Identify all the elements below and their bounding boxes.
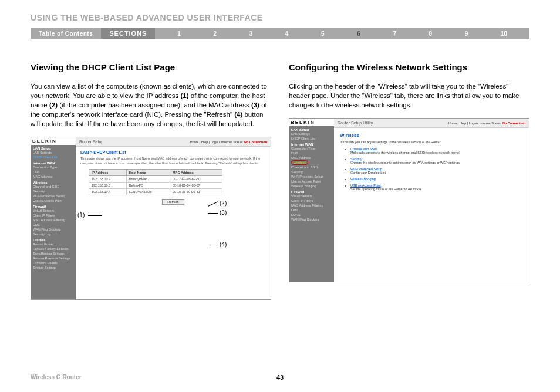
sidebar-item[interactable]: LAN Settings	[33, 150, 74, 155]
section-7[interactable]: 7	[393, 31, 396, 37]
table-header-row: IP Address Host Name MAC Address	[89, 169, 222, 175]
sidebar-item[interactable]: Restore Factory Defaults	[33, 246, 74, 251]
left-paragraph: You can view a list of the computers (kn…	[31, 82, 271, 129]
th-mac: MAC Address	[170, 169, 222, 175]
breadcrumb: LAN > DHCP Client List	[80, 150, 266, 154]
sidebar-item[interactable]: Use as Access Point	[33, 198, 74, 203]
sidebar-item[interactable]: Channel and SSID	[291, 165, 332, 170]
screenshot-main: Router Setup Home | Help | Logout Intern…	[76, 137, 271, 299]
page-footer: Wireless G Router 43	[31, 374, 529, 380]
sidebar-item[interactable]: Wi-Fi Protected Setup	[291, 174, 332, 179]
sidebar-item[interactable]: Security Log	[33, 232, 74, 236]
list-item: Wireless Bridging	[350, 177, 523, 181]
section-5[interactable]: 5	[321, 31, 325, 37]
cell: 192.168.10.3	[89, 182, 127, 188]
annotation-1: (1)	[77, 212, 85, 218]
section-8[interactable]: 8	[429, 31, 433, 37]
toc-link[interactable]: Table of Contents	[31, 31, 101, 37]
link-desc: Set the operating mode of the Router to …	[350, 187, 421, 191]
sidebar-item[interactable]: DNS	[291, 151, 332, 156]
annotation-4: (4)	[220, 241, 227, 248]
annotation-line	[208, 213, 218, 214]
sidebar-item[interactable]: WAN Ping Blocking	[33, 227, 74, 232]
sidebar-item[interactable]: Connection Type	[33, 165, 74, 170]
th-ip: IP Address	[89, 169, 127, 175]
brand-logo: BELKIN	[289, 119, 334, 126]
wireless-link-list: Channel and SSIDMake adjustments to the …	[350, 147, 523, 191]
page-header: USING THE WEB-BASED ADVANCED USER INTERF…	[31, 13, 529, 22]
section-4[interactable]: 4	[285, 31, 289, 37]
sidebar-item[interactable]: DMZ	[291, 208, 332, 212]
sidebar-item[interactable]: Virtual Servers	[33, 208, 74, 213]
sidebar-item[interactable]: Use as Access Point	[291, 179, 332, 184]
sidebar-item[interactable]: MAC Address	[33, 174, 74, 179]
right-heading: Configuring the Wireless Network Setting…	[289, 62, 529, 72]
right-paragraph: Clicking on the header of the "Wireless"…	[289, 82, 529, 110]
section-3[interactable]: 3	[249, 31, 253, 37]
sidebar-item[interactable]: Security	[33, 189, 74, 194]
sidebar-item[interactable]: Restore Previous Settings	[33, 256, 74, 261]
table-row: 192.168.10.4LENOVO-Z60m00-16-36-59-D6-31	[89, 188, 222, 195]
cell: 192.168.10.2	[89, 175, 127, 182]
left-heading: Viewing the DHCP Client List Page	[31, 62, 271, 72]
left-column: Viewing the DHCP Client List Page You ca…	[31, 62, 271, 300]
section-2[interactable]: 2	[213, 31, 217, 37]
annotation-3: (3)	[220, 209, 227, 216]
screenshot-main: Router Setup Utility Home | Help | Logou…	[334, 119, 529, 282]
sidebar-item[interactable]: MAC Address Filtering	[33, 218, 74, 222]
sidebar-item[interactable]: WAN Ping Blocking	[291, 217, 332, 222]
sections-label: SECTIONS	[101, 28, 155, 39]
product-name: Wireless G Router	[31, 374, 82, 380]
sidebar-wireless-circled[interactable]: Wireless	[291, 160, 308, 165]
sidebar-item[interactable]: Client IP Filters	[33, 213, 74, 218]
sidebar-item[interactable]: MAC Address	[291, 156, 332, 160]
table-row: 192.168.10.2BritanyBMac00-17-F2-4B-6F-6C	[89, 175, 222, 182]
sidebar-item[interactable]: Security	[291, 170, 332, 174]
sidebar-item[interactable]: DHCP Client List	[33, 155, 74, 160]
sidebar-item[interactable]: Firmware Update	[33, 261, 74, 265]
sidebar-item[interactable]: Wireless Bridging	[291, 184, 332, 188]
section-9[interactable]: 9	[465, 31, 468, 37]
annotation-line	[88, 215, 102, 216]
cell: LENOVO-Z60m	[126, 188, 170, 195]
sidebar-item[interactable]: DMZ	[33, 222, 74, 227]
sidebar-item[interactable]: Connection Type	[291, 146, 332, 151]
wireless-desc: In this tab you can adjust settings to t…	[340, 140, 523, 144]
router-setup-title: Router Setup	[79, 140, 103, 144]
top-links: Home | Help | Logout Internet Status: No…	[448, 121, 525, 125]
list-item: USE as Access PointSet the operating mod…	[350, 184, 523, 191]
link-desc: Config your Enrollee List	[350, 171, 386, 174]
section-1[interactable]: 1	[177, 31, 181, 37]
link[interactable]: Wireless Bridging	[350, 177, 523, 181]
dhcp-table: IP Address Host Name MAC Address 192.168…	[89, 169, 222, 195]
link-desc: Change the wireless security settings su…	[350, 161, 461, 164]
sidebar-item[interactable]: Channel and SSID	[33, 184, 74, 189]
dhcp-screenshot: BELKIN LAN Setup LAN Settings DHCP Clien…	[31, 137, 271, 300]
sidebar-item[interactable]: System Settings	[33, 265, 74, 270]
sidebar-item[interactable]: Client IP Filters	[291, 198, 332, 203]
cell: 00-10-B0-84-88-07	[170, 182, 222, 188]
cell: 00-16-36-59-D6-31	[170, 188, 222, 195]
page-description: This page shows you the IP address, Host…	[80, 157, 266, 165]
sidebar-item[interactable]: DDNS	[291, 212, 332, 217]
sidebar-item[interactable]: Wi-Fi Protected Setup	[33, 194, 74, 198]
wireless-header: Wireless	[340, 133, 523, 138]
sidebar-item[interactable]: DHCP Client List	[291, 136, 332, 141]
list-item: SecurityChange the wireless security set…	[350, 157, 523, 164]
refresh-button[interactable]: Refresh	[162, 199, 184, 205]
section-10[interactable]: 10	[501, 31, 507, 37]
no-connection: No Connection	[502, 121, 525, 125]
link-desc: Make adjustments to the wireless channel…	[350, 151, 460, 154]
sidebar-item[interactable]: Virtual Servers	[291, 194, 332, 198]
sidebar-item[interactable]: Save/Backup Settings	[33, 251, 74, 256]
sidebar-item[interactable]: DNS	[33, 170, 74, 174]
sidebar-item[interactable]: Restart Router	[33, 242, 74, 246]
sidebar-item[interactable]: MAC Address Filtering	[291, 203, 332, 208]
sidebar: BELKIN LAN Setup LAN Settings DHCP Clien…	[289, 119, 334, 282]
section-6[interactable]: 6	[357, 31, 360, 37]
annotation-2: (2)	[220, 200, 227, 207]
list-item: Channel and SSIDMake adjustments to the …	[350, 147, 523, 154]
cell: BritanyBMac	[126, 175, 170, 182]
right-column: Configuring the Wireless Network Setting…	[289, 62, 529, 300]
sidebar-item[interactable]: LAN Settings	[291, 131, 332, 136]
